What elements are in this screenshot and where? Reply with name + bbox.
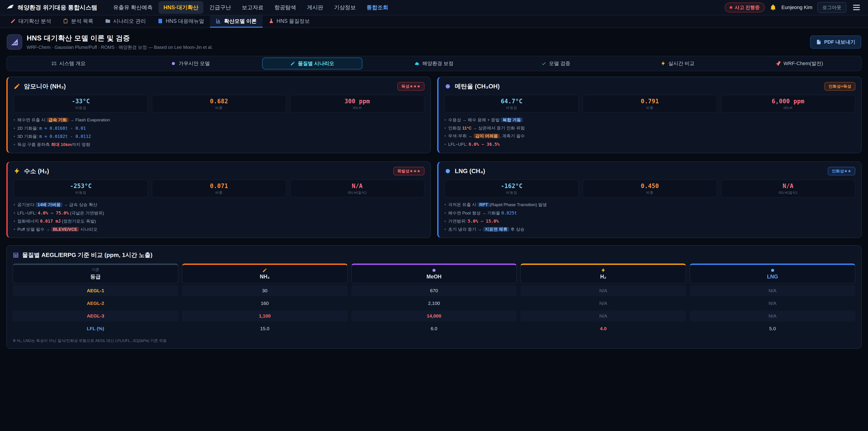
- note-line-0: •공기보다 14배 가벼움 → 급속 상승 확산: [13, 202, 425, 208]
- table-cell-r2-c3: N/A: [690, 311, 855, 321]
- subnav-item-label: 확산모델 이론: [224, 18, 256, 25]
- subnav-item-2[interactable]: 시나리오 관리: [99, 16, 152, 28]
- table-cell-r1-c1: 2,100: [351, 298, 517, 309]
- substance-title: LNG (CH₄): [455, 168, 824, 175]
- section-tabs: 시스템 개요가우시안 모델물질별 시나리오해양환경 보정모델 검증실시간 비교W…: [6, 56, 862, 71]
- subnav-item-label: 대기확산 분석: [19, 18, 51, 25]
- note-line-3: •LFL~UFL: 6.0% ~ 36.5%: [444, 141, 855, 148]
- stat-tile-1: 0.791비중: [583, 95, 717, 113]
- incident-status-badge: 사고 진행중: [725, 2, 765, 12]
- sub-navigation: 대기확산 분석분석 목록시나리오 관리HNS 대응매뉴얼확산모델 이론HNS 물…: [0, 16, 868, 28]
- page-subtitle: WRF-Chem · Gaussian Plume/Puff · ROMS · …: [27, 44, 213, 51]
- main-menu-item-6[interactable]: 기상정보: [329, 1, 361, 14]
- main-menu-item-4[interactable]: 항공탐색: [270, 1, 301, 14]
- main-menu-item-0[interactable]: 유출유 확산예측: [108, 1, 158, 14]
- pdf-export-button[interactable]: PDF 내보내기: [810, 35, 861, 49]
- table-cell-r0-c2: N/A: [520, 285, 686, 296]
- tab-5[interactable]: 실시간 비교: [627, 58, 727, 69]
- user-name: Eunjeong Kim: [781, 4, 812, 10]
- table-column-header-2: H₂: [520, 264, 686, 283]
- note-line-3: •초기 냉각 증기 → 지표면 체류 후 상승: [444, 226, 855, 233]
- main-menu-item-5[interactable]: 게시판: [302, 1, 328, 14]
- page-header-left: HNS 대기확산 모델 이론 및 검증 WRF-Chem · Gaussian …: [7, 33, 213, 51]
- substance-card-2: 수소 (H₂)폭발성★★★-253°C비등점0.071비중N/AIDLH(질식)…: [6, 161, 431, 238]
- note-line-1: •인화점 11°C → 상온에서 증기 인화 위험: [444, 125, 855, 131]
- substance-title: 수소 (H₂): [24, 167, 390, 175]
- stat-label: 비중: [154, 106, 284, 110]
- main-menu-item-2[interactable]: 긴급구난: [204, 1, 236, 14]
- tab-2[interactable]: 물질별 시나리오: [262, 58, 362, 69]
- pencil-icon: [10, 18, 16, 24]
- stat-tile-2: N/AIDLH(질식): [290, 180, 425, 197]
- criteria-caption: 기준: [92, 267, 99, 272]
- substance-card-header: LNG (CH₄)인화성★★: [444, 167, 855, 175]
- subnav-item-1[interactable]: 분석 목록: [57, 16, 99, 28]
- check-icon: [541, 61, 546, 66]
- flask-icon: [269, 18, 274, 24]
- main-menu-item-1[interactable]: HNS·대기확산: [158, 1, 204, 14]
- stat-tile-1: 0.450비중: [583, 180, 717, 197]
- table-cell-r3-c1: 6.0: [351, 323, 517, 334]
- substance-title: 암모니아 (NH₃): [24, 82, 394, 90]
- substance-stats: -33°C비등점0.682비중300 ppmIDLH: [13, 95, 425, 113]
- logout-button[interactable]: 로그아웃: [817, 2, 846, 13]
- tab-label: 해양환경 보정: [422, 60, 454, 67]
- stat-tile-1: 0.071비중: [152, 180, 286, 197]
- tab-label: 모델 검증: [549, 60, 570, 67]
- tab-4[interactable]: 모델 검증: [506, 58, 606, 69]
- aegl-table: 기준등급NH₃MeOHH₂LNGAEGL-130670N/AN/AAEGL-21…: [13, 264, 855, 334]
- stat-label: IDLH(질식): [723, 190, 853, 195]
- sliders-icon: [52, 61, 57, 66]
- table-cell-r2-c0: 1,100: [182, 311, 348, 321]
- stat-value: 64.7°C: [447, 98, 577, 105]
- column-substance-icon: [770, 268, 775, 273]
- main-menu-item-3[interactable]: 보고자료: [237, 1, 269, 14]
- stat-value: 6,000 ppm: [723, 98, 853, 105]
- stat-label: 비등점: [447, 190, 577, 195]
- criteria-label: 등급: [90, 273, 101, 280]
- hazard-badge: 폭발성★★★: [393, 167, 425, 175]
- tab-1[interactable]: 가우시안 모델: [141, 58, 241, 69]
- subnav-item-4[interactable]: 확산모델 이론: [210, 16, 262, 28]
- substance-card-header: 수소 (H₂)폭발성★★★: [13, 167, 425, 175]
- substance-notes: •해수면 유출 시 급속 기화 → Flash Evaporation•2D 기…: [13, 117, 425, 148]
- table-cell-r2-c2: N/A: [520, 311, 686, 321]
- substance-notes: •수용성 → 해수 용해 + 증발 복합 거동•인화점 11°C → 상온에서 …: [444, 117, 855, 148]
- table-footnote: ※ H₂, LNG는 독성이 아닌 질식/인화성 위험으로 AEGL 대신 LF…: [13, 338, 855, 343]
- table-cell-r0-c0: 30: [182, 285, 348, 296]
- stat-label: 비등점: [447, 106, 577, 110]
- column-label: MeOH: [427, 274, 441, 280]
- tab-0[interactable]: 시스템 개요: [19, 58, 119, 69]
- aegl-table-title: 물질별 AEGL/ERPG 기준 비교 (ppm, 1시간 노출): [22, 251, 152, 259]
- tab-3[interactable]: 해양환경 보정: [384, 58, 484, 69]
- hazard-badge: 인화성★★: [828, 167, 855, 175]
- tab-6[interactable]: WRF-Chem(발전): [749, 58, 849, 69]
- note-line-2: •무색·무취 → 감지 어려움, 계측기 필수: [444, 133, 855, 140]
- table-column-header-0: NH₃: [182, 264, 348, 283]
- main-menu-item-7[interactable]: 통합조회: [362, 1, 393, 14]
- table-cell-r3-c3: 5.0: [690, 323, 855, 334]
- subnav-item-0[interactable]: 대기확산 분석: [4, 16, 57, 28]
- stat-label: IDLH: [292, 106, 422, 110]
- row-label-2: AEGL-3: [13, 311, 178, 321]
- substance-card-1: 메탄올 (CH₃OH)인화성+독성64.7°C비등점0.791비중6,000 p…: [437, 76, 862, 153]
- stat-value: -33°C: [16, 98, 146, 105]
- table-cell-r3-c2: 4.0: [520, 323, 686, 334]
- note-line-2: •3D 기화율: m = 0.0182t - 0.0112: [13, 133, 425, 140]
- subnav-item-5[interactable]: HNS 물질정보: [263, 16, 316, 28]
- brand[interactable]: 해양환경 위기대응 통합시스템: [6, 3, 97, 11]
- hamburger-menu-icon[interactable]: [851, 3, 862, 12]
- notification-bell-icon[interactable]: [770, 4, 776, 11]
- bolt-icon: [661, 61, 666, 66]
- table-header-criteria: 기준등급: [13, 264, 178, 283]
- substance-card-3: LNG (CH₄)인화성★★-162°C비등점0.450비중N/AIDLH(질식…: [437, 161, 862, 238]
- stat-value: 0.791: [585, 98, 715, 105]
- app-root: 해양환경 위기대응 통합시스템 유출유 확산예측HNS·대기확산긴급구난보고자료…: [0, 0, 868, 431]
- stat-label: 비중: [154, 190, 284, 195]
- substance-card-0: 암모니아 (NH₃)독성★★★-33°C비등점0.682비중300 ppmIDL…: [6, 76, 431, 153]
- hazard-badge: 인화성+독성: [825, 82, 855, 91]
- stat-tile-2: N/AIDLH(질식): [721, 180, 855, 197]
- stat-value: 0.450: [585, 183, 715, 189]
- cloud-icon: [414, 61, 420, 66]
- subnav-item-3[interactable]: HNS 대응매뉴얼: [152, 16, 210, 28]
